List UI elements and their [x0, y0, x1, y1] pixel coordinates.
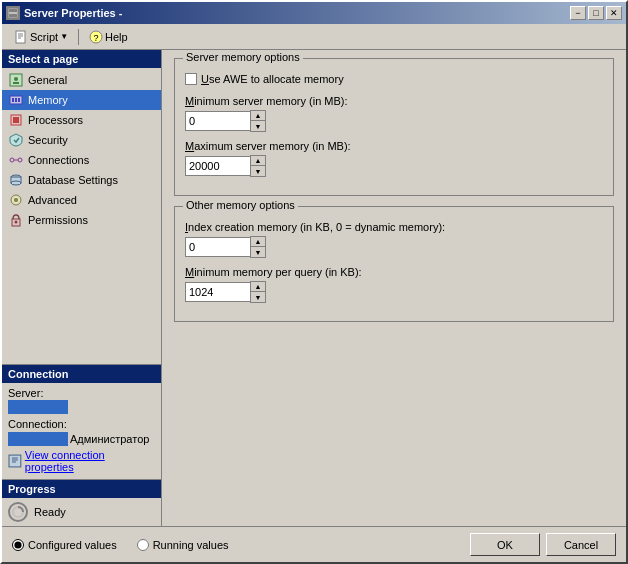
sidebar-item-connections[interactable]: Connections	[2, 150, 161, 170]
min-query-down-btn[interactable]: ▼	[251, 292, 265, 302]
processors-label: Processors	[28, 114, 83, 126]
script-button[interactable]: Script ▼	[8, 27, 74, 47]
connection-user: Администратор	[70, 433, 149, 445]
sidebar-item-processors[interactable]: Processors	[2, 110, 161, 130]
advanced-label: Advanced	[28, 194, 77, 206]
min-memory-down-btn[interactable]: ▼	[251, 121, 265, 131]
svg-rect-14	[15, 98, 17, 102]
sidebar-item-memory[interactable]: Memory	[2, 90, 161, 110]
running-values-radio[interactable]	[137, 539, 149, 551]
index-memory-section: Index creation memory (in KB, 0 = dynami…	[185, 221, 603, 258]
max-memory-up-btn[interactable]: ▲	[251, 156, 265, 166]
configured-values-radio[interactable]	[12, 539, 24, 551]
close-button[interactable]: ✕	[606, 6, 622, 20]
configured-values-label: Configured values	[28, 539, 117, 551]
script-dropdown-icon: ▼	[60, 32, 68, 41]
index-memory-label: Index creation memory (in KB, 0 = dynami…	[185, 221, 603, 233]
min-memory-spinner: ▲ ▼	[250, 110, 266, 132]
connections-label: Connections	[28, 154, 89, 166]
min-query-up-btn[interactable]: ▲	[251, 282, 265, 292]
min-memory-up-btn[interactable]: ▲	[251, 111, 265, 121]
permissions-icon	[8, 212, 24, 228]
toolbar: Script ▼ ? Help	[2, 24, 626, 50]
connection-label: Connection:	[8, 418, 155, 430]
awe-checkbox[interactable]	[185, 73, 197, 85]
radio-row: Configured values Running values	[12, 539, 229, 551]
sidebar-item-database-settings[interactable]: Database Settings	[2, 170, 161, 190]
index-memory-up-btn[interactable]: ▲	[251, 237, 265, 247]
running-values-label: Running values	[153, 539, 229, 551]
help-button[interactable]: ? Help	[83, 27, 134, 47]
progress-section: Progress Ready	[2, 479, 161, 526]
svg-rect-11	[13, 82, 19, 84]
max-memory-input-row: ▲ ▼	[185, 155, 603, 177]
other-memory-title: Other memory options	[183, 199, 298, 211]
sidebar-nav: General Memory	[2, 68, 161, 364]
action-buttons: OK Cancel	[470, 533, 616, 556]
index-memory-input-row: ▲ ▼	[185, 236, 603, 258]
svg-rect-15	[18, 98, 20, 102]
server-label: Server:	[8, 387, 155, 399]
svg-rect-13	[12, 98, 14, 102]
svg-rect-3	[16, 31, 25, 43]
svg-point-23	[11, 181, 21, 185]
svg-point-18	[10, 158, 14, 162]
general-icon	[8, 72, 24, 88]
server-memory-group: Server memory options Use AWE to allocat…	[174, 58, 614, 196]
max-memory-input[interactable]	[185, 156, 250, 176]
index-memory-down-btn[interactable]: ▼	[251, 247, 265, 257]
min-memory-input-row: ▲ ▼	[185, 110, 603, 132]
awe-label: Use AWE to allocate memory	[201, 73, 344, 85]
connection-info: Server: Connection: Администратор	[2, 383, 161, 479]
connection-value	[8, 432, 68, 446]
running-values-option[interactable]: Running values	[137, 539, 229, 551]
max-memory-down-btn[interactable]: ▼	[251, 166, 265, 176]
svg-rect-17	[13, 117, 19, 123]
min-memory-label: Minimum server memory (in MB):	[185, 95, 603, 107]
min-memory-section: Minimum server memory (in MB): ▲ ▼	[185, 95, 603, 132]
sidebar-item-general[interactable]: General	[2, 70, 161, 90]
toolbar-separator	[78, 29, 79, 45]
awe-checkbox-row: Use AWE to allocate memory	[185, 73, 603, 85]
sidebar-item-advanced[interactable]: Advanced	[2, 190, 161, 210]
configured-values-option[interactable]: Configured values	[12, 539, 117, 551]
index-memory-input[interactable]	[185, 237, 250, 257]
svg-point-27	[15, 221, 18, 224]
min-query-input[interactable]	[185, 282, 250, 302]
maximize-button[interactable]: □	[588, 6, 604, 20]
svg-rect-2	[9, 14, 17, 17]
sidebar: Select a page General	[2, 50, 162, 526]
advanced-icon	[8, 192, 24, 208]
general-label: General	[28, 74, 67, 86]
progress-spinner	[8, 502, 28, 522]
view-connection-properties-link[interactable]: View connection properties	[8, 447, 155, 475]
title-bar-left: Server Properties -	[6, 6, 122, 20]
script-icon	[14, 30, 28, 44]
server-icon	[6, 6, 20, 20]
progress-status: Ready	[34, 506, 66, 518]
min-query-section: Minimum memory per query (in KB): ▲ ▼	[185, 266, 603, 303]
min-query-label: Minimum memory per query (in KB):	[185, 266, 603, 278]
security-label: Security	[28, 134, 68, 146]
content-area: Server memory options Use AWE to allocat…	[162, 50, 626, 526]
min-query-spinner: ▲ ▼	[250, 281, 266, 303]
min-query-input-row: ▲ ▼	[185, 281, 603, 303]
database-settings-icon	[8, 172, 24, 188]
sidebar-item-permissions[interactable]: Permissions	[2, 210, 161, 230]
svg-point-10	[14, 77, 18, 81]
help-label: Help	[105, 31, 128, 43]
other-memory-group: Other memory options Index creation memo…	[174, 206, 614, 322]
title-bar: Server Properties - − □ ✕	[2, 2, 626, 24]
max-memory-section: Maximum server memory (in MB): ▲ ▼	[185, 140, 603, 177]
bottom-bar: Configured values Running values OK Canc…	[2, 526, 626, 562]
server-memory-title: Server memory options	[183, 51, 303, 63]
permissions-label: Permissions	[28, 214, 88, 226]
ok-button[interactable]: OK	[470, 533, 540, 556]
sidebar-item-security[interactable]: Security	[2, 130, 161, 150]
minimize-button[interactable]: −	[570, 6, 586, 20]
cancel-button[interactable]: Cancel	[546, 533, 616, 556]
server-memory-content: Use AWE to allocate memory Minimum serve…	[175, 59, 613, 195]
min-memory-input[interactable]	[185, 111, 250, 131]
window-title: Server Properties -	[24, 7, 122, 19]
svg-text:?: ?	[94, 33, 99, 43]
